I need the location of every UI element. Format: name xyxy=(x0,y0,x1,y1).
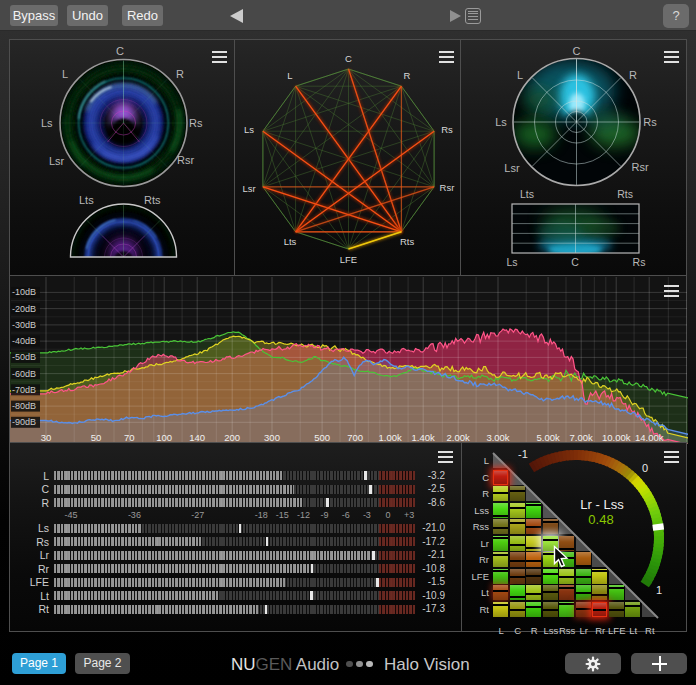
svg-text:-60dB: -60dB xyxy=(12,369,36,379)
svg-text:Ls: Ls xyxy=(506,256,517,268)
svg-text:0: 0 xyxy=(642,462,648,474)
svg-text:1: 1 xyxy=(656,584,662,596)
svg-text:-1: -1 xyxy=(518,448,528,460)
svg-text:Rts: Rts xyxy=(400,236,415,247)
svg-text:Lsr: Lsr xyxy=(242,183,255,194)
svg-text:Rs: Rs xyxy=(643,116,657,128)
svg-text:Lts: Lts xyxy=(284,236,297,247)
svg-text:Lsr: Lsr xyxy=(504,162,520,174)
svg-text:Lr - Lss: Lr - Lss xyxy=(580,497,624,512)
svg-text:-20dB: -20dB xyxy=(12,304,36,314)
svg-text:Rs: Rs xyxy=(633,256,646,268)
svg-text:-40dB: -40dB xyxy=(12,336,36,346)
svg-text:-10dB: -10dB xyxy=(12,287,36,297)
svg-text:R: R xyxy=(404,70,411,81)
svg-text:-70dB: -70dB xyxy=(12,385,36,395)
svg-text:Rsr: Rsr xyxy=(631,161,648,173)
svg-text:Ls: Ls xyxy=(244,124,254,135)
svg-text:-80dB: -80dB xyxy=(12,401,36,411)
svg-text:L: L xyxy=(287,70,292,81)
svg-text:Ls: Ls xyxy=(495,116,507,128)
svg-text:R: R xyxy=(629,69,637,81)
svg-text:C: C xyxy=(573,45,581,57)
svg-text:LFE: LFE xyxy=(340,254,357,265)
svg-text:Rs: Rs xyxy=(441,124,453,135)
svg-text:C: C xyxy=(571,256,579,268)
svg-text:-50dB: -50dB xyxy=(12,352,36,362)
svg-text:C: C xyxy=(345,53,352,64)
svg-text:L: L xyxy=(517,69,523,81)
svg-text:-90dB: -90dB xyxy=(12,417,36,427)
svg-text:0.48: 0.48 xyxy=(588,512,613,527)
svg-text:Rts: Rts xyxy=(617,188,633,200)
svg-text:Lts: Lts xyxy=(520,188,534,200)
svg-text:-30dB: -30dB xyxy=(12,320,36,330)
svg-text:Rsr: Rsr xyxy=(440,182,455,193)
